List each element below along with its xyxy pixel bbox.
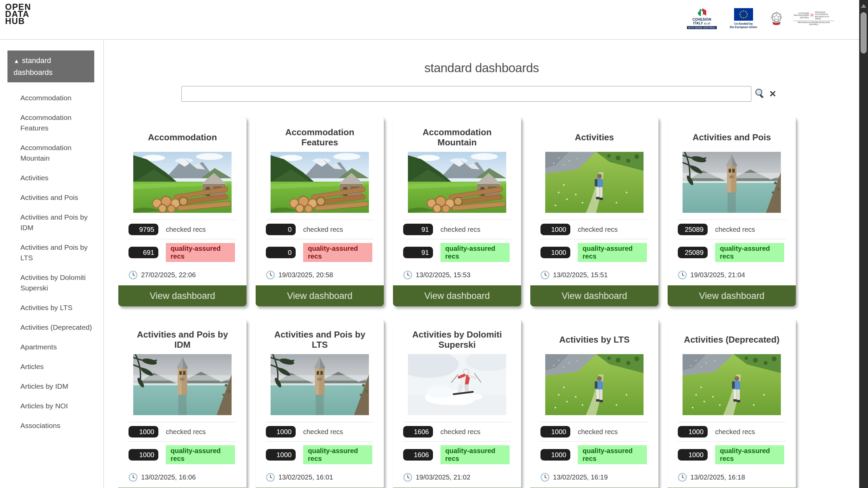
- view-dashboard-button[interactable]: View dashboard: [530, 285, 658, 306]
- card-stats: 1000 checked recs 1000 quality-assured r…: [266, 422, 374, 468]
- quality-recs-row: 0 quality-assured recs: [266, 239, 374, 266]
- checked-recs-label: checked recs: [578, 428, 618, 436]
- view-dashboard-button[interactable]: View dashboard: [118, 285, 246, 306]
- checked-recs-row: 9795 checked recs: [129, 220, 236, 239]
- checked-recs-row: 0 checked recs: [266, 220, 374, 239]
- last-updated-text: 13/02/2025, 16:06: [141, 473, 196, 481]
- cohesion-years: 21-27: [704, 22, 710, 25]
- clear-search-button[interactable]: ✕: [769, 89, 776, 98]
- dashboard-card: Activities (Deprecated) 1000 checked rec…: [668, 319, 796, 488]
- hiker-meadow-photo: [683, 354, 781, 415]
- sidebar-item-accommodation-features[interactable]: Accommodation Features: [0, 112, 103, 133]
- card-title: Activities and Pois: [668, 124, 796, 150]
- card-image: [408, 354, 506, 415]
- sidebar-item-accommodation-mountain[interactable]: Accommodation Mountain: [0, 142, 103, 163]
- last-updated-text: 19/03/2025, 21:04: [690, 271, 745, 279]
- card-image: [408, 152, 506, 213]
- checked-recs-label: checked recs: [440, 226, 480, 233]
- scrollbar-up-arrow[interactable]: [861, 4, 866, 8]
- checked-recs-row: 1606 checked recs: [403, 422, 511, 441]
- card-image: [683, 354, 781, 415]
- sidebar-item-activities-and-pois-by-lts[interactable]: Activities and Pois by LTS: [0, 242, 103, 263]
- quality-recs-badge: quality-assured recs: [715, 445, 784, 464]
- lake-tower-photo: [683, 152, 781, 213]
- card-image: [545, 152, 644, 213]
- quality-recs-badge: quality-assured recs: [303, 243, 372, 262]
- card-title: Accommodation: [118, 124, 246, 150]
- sidebar-item-activities-by-lts[interactable]: Activities by LTS: [0, 302, 103, 313]
- quality-recs-row: 1000 quality-assured recs: [266, 441, 374, 468]
- quality-recs-count: 0: [266, 247, 296, 258]
- italy-emblem-icon: [770, 11, 783, 26]
- quality-recs-row: 1606 quality-assured recs: [403, 441, 511, 468]
- open-data-hub-logo[interactable]: OPEN DATA HUB: [5, 3, 31, 25]
- checked-recs-row: 91 checked recs: [403, 220, 511, 239]
- last-updated-text: 13/02/2025, 16:01: [278, 473, 333, 481]
- quality-recs-badge: quality-assured recs: [166, 243, 235, 262]
- quality-recs-badge: quality-assured recs: [440, 243, 510, 262]
- last-updated-row: 19/03/2025, 20:58: [266, 270, 374, 280]
- card-title: Activities (Deprecated): [668, 326, 796, 353]
- last-updated-row: 19/03/2025, 21:02: [403, 473, 511, 482]
- sidebar-item-activities-deprecated[interactable]: Activities (Deprecated): [0, 322, 103, 332]
- view-dashboard-button[interactable]: View dashboard: [668, 285, 796, 306]
- quality-recs-count: 91: [403, 247, 433, 258]
- last-updated-text: 13/02/2025, 16:18: [690, 473, 745, 481]
- lake-tower-photo: [271, 354, 369, 415]
- search-icon: [754, 88, 766, 100]
- card-image: [133, 152, 232, 213]
- checked-recs-count: 1000: [129, 426, 158, 438]
- checked-recs-row: 1000 checked recs: [678, 422, 786, 441]
- vertical-scrollbar[interactable]: [859, 0, 868, 488]
- page-title: standard dashboards: [104, 61, 859, 75]
- triangle-up-icon: ▲: [14, 58, 19, 64]
- sidebar-item-apartments[interactable]: Apartments: [0, 342, 103, 352]
- sidebar-item-articles-by-idm[interactable]: Articles by IDM: [0, 381, 103, 391]
- card-stats: 1000 checked recs 1000 quality-assured r…: [678, 422, 786, 468]
- sidebar-item-activities-by-dolomiti-superski[interactable]: Activities by Dolomiti Superski: [0, 272, 103, 293]
- bell-tower: [726, 155, 737, 213]
- cohesion-arrow-icon: [696, 7, 708, 18]
- dashboard-card: Activities 1000 checked recs 1000 qualit…: [530, 117, 658, 306]
- cohesion-italy-logo: COHESION ITALY 21-27 ALTO ADIGE SÜDTIROL: [687, 7, 717, 29]
- checked-recs-label: checked recs: [166, 226, 206, 233]
- sidebar-item-standard-dashboards[interactable]: ▲standard dashboards: [7, 50, 94, 82]
- checked-recs-label: checked recs: [715, 428, 755, 436]
- view-dashboard-button[interactable]: View dashboard: [256, 285, 384, 306]
- quality-recs-count: 1000: [540, 449, 570, 461]
- card-image: [133, 354, 232, 415]
- last-updated-text: 13/02/2025, 15:53: [416, 271, 470, 279]
- quality-recs-count: 691: [129, 247, 158, 258]
- skier-photo: [408, 354, 506, 415]
- last-updated-row: 13/02/2025, 15:51: [540, 270, 648, 280]
- search-input[interactable]: [181, 86, 751, 102]
- quality-recs-badge: quality-assured recs: [715, 243, 784, 262]
- checked-recs-label: checked recs: [715, 226, 755, 233]
- province-text-it: PROVINCIA AUTONOMA DI BOLZANO ALTO ADIGE: [815, 11, 834, 20]
- app-header: OPEN DATA HUB COHESION ITALY 21-27 ALTO …: [0, 0, 868, 40]
- province-text-de: AUTONOME PROVINZ BOZEN SÜDTIROL: [793, 12, 809, 19]
- scrollbar-thumb[interactable]: [861, 12, 867, 54]
- dashboard-card: Activities and Pois by LTS 1000 checked …: [256, 319, 384, 488]
- checked-recs-label: checked recs: [440, 428, 480, 436]
- sidebar-item-activities-and-pois-by-idm[interactable]: Activities and Pois by IDM: [0, 212, 103, 233]
- sidebar-item-articles-by-noi[interactable]: Articles by NOI: [0, 401, 103, 411]
- search-button[interactable]: [754, 88, 766, 100]
- checked-recs-label: checked recs: [303, 428, 343, 436]
- quality-recs-row: 91 quality-assured recs: [403, 239, 511, 266]
- card-title: Accommodation Mountain: [393, 124, 521, 150]
- view-dashboard-button[interactable]: View dashboard: [393, 285, 521, 306]
- sidebar-item-activities-and-pois[interactable]: Activities and Pois: [0, 192, 103, 203]
- quality-recs-count: 1000: [129, 449, 158, 461]
- checked-recs-row: 25089 checked recs: [678, 220, 786, 239]
- sidebar-item-accommodation[interactable]: Accommodation: [0, 93, 103, 103]
- card-stats: 1000 checked recs 1000 quality-assured r…: [540, 220, 648, 266]
- sidebar-item-activities[interactable]: Activities: [0, 172, 103, 183]
- sidebar-item-articles[interactable]: Articles: [0, 361, 103, 372]
- dashboard-grid: Accommodation 9795 checked recs 691 qual…: [118, 117, 817, 488]
- hiker-meadow-photo: [545, 354, 644, 415]
- sidebar-item-associations[interactable]: Associations: [0, 420, 103, 431]
- checked-recs-count: 91: [403, 224, 433, 235]
- province-text-lad: PROVINZIA AUTONOMA DE BULSAN SÜDTIROL: [793, 21, 834, 26]
- checked-recs-count: 1606: [403, 426, 433, 438]
